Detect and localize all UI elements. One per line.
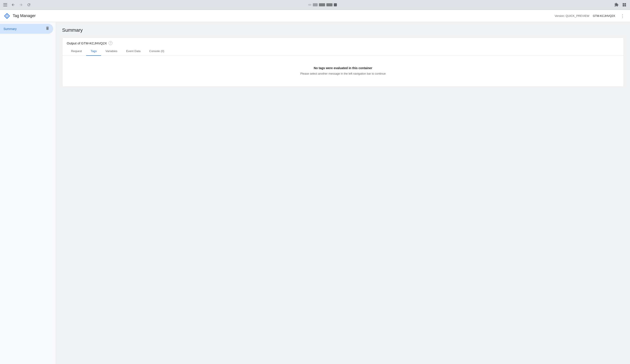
header-right: Version: QUICK_PREVIEW GTM-KCJHVQ2X ⋮ bbox=[554, 12, 626, 20]
reload-button[interactable] bbox=[26, 2, 32, 8]
version-label: Version: QUICK_PREVIEW bbox=[554, 14, 589, 18]
gtm-logo-icon bbox=[4, 12, 10, 20]
page-title: Summary bbox=[62, 27, 624, 33]
help-icon[interactable]: ? bbox=[108, 41, 112, 45]
tab-variables[interactable]: Variables bbox=[101, 47, 122, 56]
extensions-button[interactable] bbox=[614, 2, 620, 8]
app-body: Summary Summary Output of GTM-KCJHVQ2X ?… bbox=[0, 22, 630, 364]
addr-rect-4 bbox=[334, 3, 337, 6]
output-card-title: Output of GTM-KCJHVQ2X bbox=[67, 41, 107, 45]
forward-button[interactable] bbox=[18, 2, 24, 8]
address-bar-icons bbox=[308, 3, 337, 6]
empty-state-description: Please select another message in the lef… bbox=[67, 72, 619, 75]
svg-rect-0 bbox=[3, 3, 7, 4]
browser-chrome bbox=[0, 0, 630, 10]
app-logo: Tag Manager bbox=[4, 12, 36, 20]
tab-event-data[interactable]: Event Data bbox=[122, 47, 145, 56]
address-bar bbox=[34, 3, 611, 6]
tab-tags[interactable]: Tags bbox=[86, 47, 101, 56]
back-button[interactable] bbox=[10, 2, 16, 8]
browser-actions bbox=[614, 2, 628, 8]
container-id: GTM-KCJHVQ2X bbox=[593, 14, 615, 18]
svg-rect-1 bbox=[3, 4, 7, 5]
split-tabs-button[interactable] bbox=[621, 2, 628, 8]
sidebar-item-summary-label: Summary bbox=[4, 27, 16, 30]
app-header: Tag Manager Version: QUICK_PREVIEW GTM-K… bbox=[0, 10, 630, 22]
tab-console[interactable]: Console (0) bbox=[145, 47, 169, 56]
addr-rect-3 bbox=[326, 3, 332, 6]
sidebar: Summary bbox=[0, 22, 56, 364]
app-title-text: Tag Manager bbox=[13, 14, 36, 18]
output-card-header: Output of GTM-KCJHVQ2X ? bbox=[62, 38, 624, 45]
empty-state-title: No tags were evaluated in this container bbox=[67, 66, 619, 70]
output-card: Output of GTM-KCJHVQ2X ? Request Tags Va… bbox=[62, 38, 624, 87]
sidebar-toggle-button[interactable] bbox=[2, 2, 8, 8]
addr-rect-2 bbox=[319, 3, 325, 6]
more-options-button[interactable]: ⋮ bbox=[618, 12, 626, 20]
sidebar-item-summary[interactable]: Summary bbox=[0, 24, 53, 34]
main-content: Summary Output of GTM-KCJHVQ2X ? Request… bbox=[56, 22, 630, 364]
empty-state: No tags were evaluated in this container… bbox=[62, 56, 624, 86]
tabs-bar: Request Tags Variables Event Data Consol… bbox=[62, 47, 624, 56]
tab-request[interactable]: Request bbox=[67, 47, 86, 56]
trash-icon[interactable] bbox=[45, 26, 50, 32]
addr-rect-1 bbox=[313, 3, 318, 6]
svg-rect-2 bbox=[3, 6, 7, 6]
